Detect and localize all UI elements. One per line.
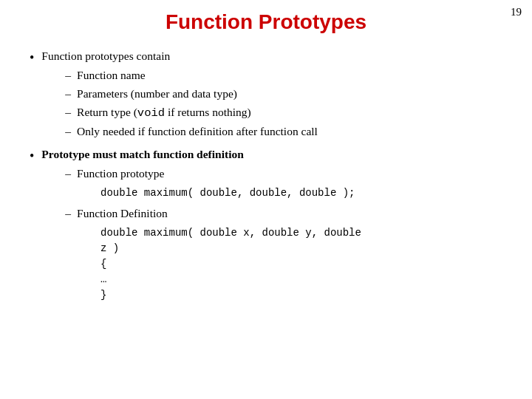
dash-1a: – bbox=[65, 66, 71, 84]
dash-1b: – bbox=[65, 85, 71, 103]
bullet-dot-1: • bbox=[30, 48, 34, 69]
subitem-1c: – Return type (void if returns nothing) bbox=[65, 103, 502, 122]
subitem-1d: – Only needed if function definition aft… bbox=[65, 123, 502, 140]
subitem-2b: – Function Definition double maximum( do… bbox=[65, 205, 502, 306]
bullet-2: • Prototype must match function definiti… bbox=[30, 146, 502, 307]
subitem-2b-text: Function Definition bbox=[77, 207, 168, 219]
code-line: { bbox=[100, 256, 502, 272]
definition-code-block: double maximum( double x, double y, doub… bbox=[100, 225, 502, 303]
content-area: • Function prototypes contain – Function… bbox=[30, 47, 502, 307]
slide: 19 Function Prototypes • Function protot… bbox=[0, 0, 532, 399]
bullet-dot-2: • bbox=[30, 146, 34, 167]
dash-1c: – bbox=[65, 103, 71, 121]
subitem-1c-text: Return type (void if returns nothing) bbox=[77, 103, 502, 122]
subitem-2a-text: Function prototype bbox=[77, 167, 164, 180]
subitem-1b-text: Parameters (number and data type) bbox=[77, 85, 502, 103]
dash-2b: – bbox=[65, 205, 71, 222]
code-line: double maximum( double x, double y, doub… bbox=[100, 225, 502, 241]
prototype-code-block: double maximum( double, double, double )… bbox=[100, 185, 502, 201]
subitem-2a-content: Function prototype double maximum( doubl… bbox=[77, 165, 502, 204]
dash-1d: – bbox=[65, 123, 71, 140]
code-line: z ) bbox=[100, 241, 502, 256]
subitem-1d-text: Only needed if function definition after… bbox=[77, 123, 502, 140]
subitem-1a: – Function name bbox=[65, 66, 502, 84]
prototype-code: double maximum( double, double, double )… bbox=[100, 187, 355, 199]
code-line: … bbox=[100, 272, 502, 287]
subitem-1a-text: Function name bbox=[77, 66, 502, 84]
subitem-2b-content: Function Definition double maximum( doub… bbox=[77, 205, 502, 306]
slide-title: Function Prototypes bbox=[30, 7, 502, 34]
bullet-1-text: Function prototypes contain bbox=[41, 50, 170, 62]
bullet-1-subitems: – Function name – Parameters (number and… bbox=[65, 66, 502, 140]
bullet-1: • Function prototypes contain – Function… bbox=[30, 47, 502, 141]
bullet-2-subitems: – Function prototype double maximum( dou… bbox=[65, 165, 502, 306]
code-line: } bbox=[100, 287, 502, 303]
page-number: 19 bbox=[511, 6, 522, 18]
subitem-1b: – Parameters (number and data type) bbox=[65, 85, 502, 103]
subitem-2a: – Function prototype double maximum( dou… bbox=[65, 165, 502, 204]
bullet-2-text: Prototype must match function definition bbox=[41, 148, 244, 160]
dash-2a: – bbox=[65, 165, 71, 183]
void-code: void bbox=[137, 106, 165, 120]
